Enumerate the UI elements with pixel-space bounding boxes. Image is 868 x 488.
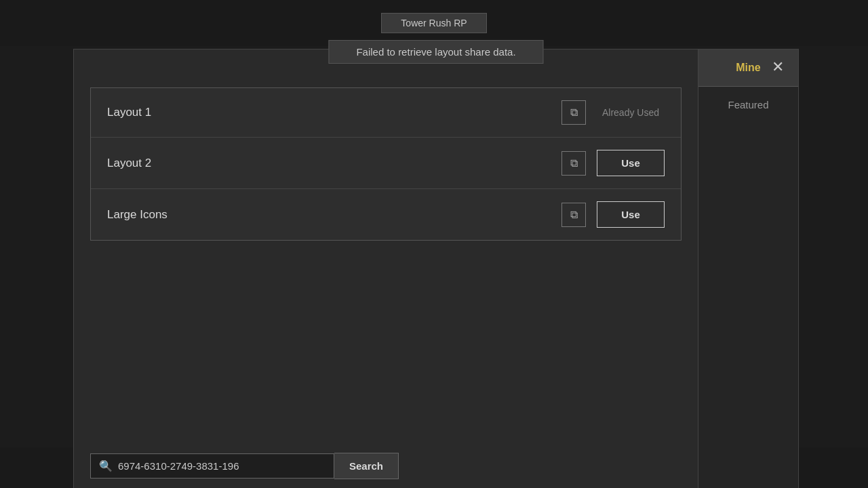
share-icon-button[interactable]: ⧉ <box>561 100 586 125</box>
top-bar: Tower Rush RP <box>0 0 868 46</box>
use-button[interactable]: Use <box>597 201 665 228</box>
share-icon-button[interactable]: ⧉ <box>561 151 586 176</box>
layout-name: Large Icons <box>107 208 561 222</box>
layout-item: Large Icons ⧉ Use <box>91 189 681 240</box>
main-content: Layout 1 ⧉ Already Used Layout 2 ⧉ Use <box>74 74 698 488</box>
share-icon-button[interactable]: ⧉ <box>561 203 586 227</box>
top-bar-title: Tower Rush RP <box>381 13 486 33</box>
close-button[interactable]: ✕ <box>766 55 790 79</box>
layout-item: Layout 1 ⧉ Already Used <box>91 88 681 138</box>
already-used-label: Already Used <box>597 107 665 118</box>
search-button[interactable]: Search <box>334 453 399 479</box>
search-input[interactable] <box>118 460 326 472</box>
share-icon: ⧉ <box>570 209 578 221</box>
dialog-container: Failed to retrieve layout share data. ✕ … <box>73 49 799 488</box>
layout-name: Layout 1 <box>107 106 561 119</box>
layout-actions: ⧉ Use <box>561 150 665 176</box>
use-button[interactable]: Use <box>597 150 665 176</box>
search-area: 🔍 Search <box>90 453 399 479</box>
share-icon: ⧉ <box>570 157 578 169</box>
share-icon: ⧉ <box>570 106 578 119</box>
layout-actions: ⧉ Use <box>561 201 665 228</box>
layout-name: Layout 2 <box>107 157 561 170</box>
tab-featured[interactable]: Featured <box>698 87 798 123</box>
layout-list: Layout 1 ⧉ Already Used Layout 2 ⧉ Use <box>90 87 682 241</box>
search-icon: 🔍 <box>99 460 113 472</box>
search-input-wrapper: 🔍 <box>90 453 334 479</box>
right-sidebar: Mine Featured <box>698 49 798 488</box>
layout-actions: ⧉ Already Used <box>561 100 665 125</box>
error-banner: Failed to retrieve layout share data. <box>328 40 543 64</box>
layout-item: Layout 2 ⧉ Use <box>91 138 681 189</box>
